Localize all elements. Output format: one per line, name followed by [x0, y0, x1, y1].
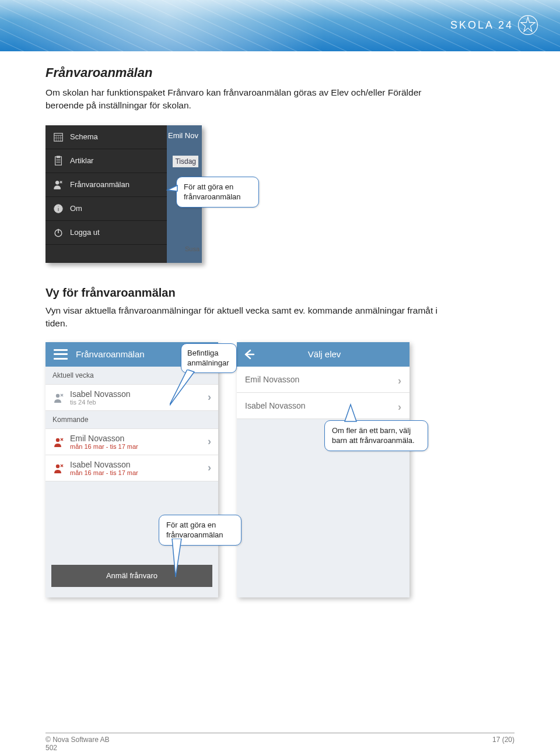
sidebar-item-label: Logga ut — [70, 228, 100, 237]
item-name: Emil Novasson — [245, 375, 299, 384]
chevron-right-icon: › — [208, 391, 211, 403]
info-icon — [52, 203, 64, 215]
svg-point-20 — [56, 465, 60, 468]
callout-tail-icon — [167, 539, 188, 579]
section-lead-2: Vyn visar aktuella frånvaroanmälningar f… — [46, 304, 454, 330]
chevron-right-icon: › — [208, 435, 211, 448]
underlay-susa: Susa — [185, 245, 200, 252]
list-item[interactable]: Emil Novasson mån 16 mar - tis 17 mar › — [46, 428, 218, 455]
sidebar-item-franvaro[interactable]: Frånvaroanmälan — [46, 173, 167, 197]
list-item[interactable]: Isabel Novasson mån 16 mar - tis 17 mar … — [46, 455, 218, 481]
phone-title: Frånvaroanmälan — [76, 349, 145, 359]
sidebar-item-empty — [46, 245, 167, 262]
sidebar-item-schema[interactable]: Schema — [46, 125, 167, 149]
calendar-icon — [52, 131, 64, 143]
skola24-logo: SKOLA 24 — [450, 14, 539, 36]
person-x-icon — [52, 462, 64, 474]
svg-point-0 — [519, 16, 538, 35]
chevron-right-icon: › — [208, 462, 211, 474]
callout-franvaro-menu: För att göra en frånvaroanmälan — [176, 177, 259, 208]
phone-header-right: Välj elev — [237, 342, 410, 367]
phone-title: Välj elev — [257, 349, 392, 359]
item-name: Isabel Novasson — [70, 389, 131, 399]
hamburger-icon[interactable] — [54, 349, 68, 360]
svg-rect-15 — [58, 206, 59, 207]
person-x-icon — [52, 179, 64, 191]
callout-tail-icon — [166, 183, 178, 194]
section-title-franvaro: Frånvaroanmälan — [46, 65, 514, 80]
list-item[interactable]: Emil Novasson › — [237, 367, 410, 393]
callout-tail-icon — [341, 403, 365, 422]
underlay-name: Emil Nov — [168, 131, 198, 140]
star-icon — [517, 14, 539, 36]
person-x-icon — [52, 436, 64, 448]
item-date: mån 16 mar - tis 17 mar — [70, 469, 138, 476]
clipboard-icon — [52, 155, 64, 167]
chevron-right-icon: › — [398, 375, 401, 387]
svg-point-19 — [56, 438, 60, 442]
section-title-vy: Vy för frånvaroanmälan — [46, 286, 514, 300]
sidebar-item-logga-ut[interactable]: Logga ut — [46, 221, 167, 245]
logo-text: SKOLA 24 — [450, 19, 513, 31]
svg-rect-14 — [58, 208, 59, 211]
screenshots-row: Frånvaroanmälan Aktuell vecka Isabel Nov… — [46, 342, 514, 616]
list-item[interactable]: Isabel Novasson › — [237, 393, 410, 419]
callout-anmal: För att göra en frånvaroanmälan — [159, 515, 242, 546]
power-icon — [52, 227, 64, 238]
callout-barn: Om fler än ett barn, välj barn att frånv… — [324, 420, 428, 451]
section-lead-1: Om skolan har funktionspaket Frånvaro ka… — [46, 86, 454, 112]
svg-point-12 — [55, 181, 59, 184]
person-x-icon — [52, 392, 64, 403]
callout-tail-icon — [170, 370, 205, 410]
section-kommande: Kommande — [46, 411, 218, 428]
svg-point-18 — [56, 394, 60, 398]
item-name: Emil Novasson — [70, 434, 138, 443]
item-date: tis 24 feb — [70, 399, 131, 406]
svg-rect-8 — [57, 156, 60, 158]
screenshot-valj-elev: Välj elev Emil Novasson › Isabel Novasso… — [237, 342, 410, 597]
page-footer: © Nova Software AB 502 17 (20) — [0, 733, 560, 756]
sidebar-item-label: Frånvaroanmälan — [70, 180, 130, 189]
sidebar-item-label: Artiklar — [70, 156, 93, 165]
back-icon[interactable] — [240, 348, 257, 361]
sidebar-item-om[interactable]: Om — [46, 197, 167, 221]
sidebar-menu: Schema Artiklar Frånvaroanmälan — [46, 125, 167, 263]
item-name: Isabel Novasson — [245, 401, 306, 410]
page-banner: SKOLA 24 — [0, 0, 560, 51]
sidebar-item-label: Om — [70, 204, 82, 213]
chevron-right-icon: › — [398, 401, 401, 413]
footer-copyright: © Nova Software AB — [46, 736, 110, 744]
underlay-day: Tisdag — [173, 156, 198, 167]
item-date: mån 16 mar - tis 17 mar — [70, 443, 138, 450]
footer-code: 502 — [46, 744, 110, 752]
sidebar-item-label: Schema — [70, 132, 98, 141]
callout-befintliga: Befintliga anmälningar — [181, 343, 237, 373]
screenshot-1-container: Emil Nov Tisdag Susa Schema Artiklar — [46, 125, 514, 263]
item-name: Isabel Novasson — [70, 460, 138, 469]
footer-page-number: 17 (20) — [492, 736, 514, 752]
sidebar-item-artiklar[interactable]: Artiklar — [46, 149, 167, 173]
